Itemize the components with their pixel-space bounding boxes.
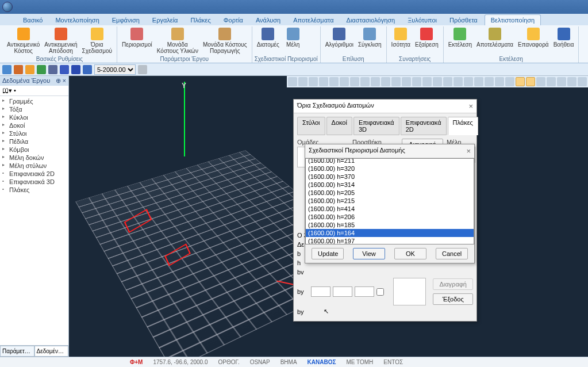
ribbon-tab-7[interactable]: Αποτελέσματα (287, 15, 339, 25)
ribbon-button[interactable]: Ισότητα (389, 26, 413, 49)
dialog-tab[interactable]: Στύλοι (297, 117, 325, 135)
tool-icon[interactable] (516, 77, 525, 86)
ribbon-button[interactable]: ΑντικειμενικήΑπόδοση (42, 26, 79, 55)
sidebar-tab[interactable]: Δεδομένα Ε... (34, 346, 69, 357)
ribbon-button[interactable]: Εκτέλεση (446, 26, 474, 49)
tree-item[interactable]: Πέδιλα (1, 137, 67, 146)
ribbon-button[interactable]: Μονάδα ΚόστουςΠαραγωγής (201, 26, 249, 55)
ribbon-button[interactable]: ΜονάδαΚόστους Υλικών (155, 26, 201, 55)
tool-icon[interactable] (309, 77, 318, 86)
tool-icon[interactable] (578, 77, 587, 86)
tree-item[interactable]: Επιφανειακά 3D (1, 178, 67, 186)
status-ortho[interactable]: ΟΡΘΟΓ. (218, 359, 239, 365)
update-button[interactable]: Update (312, 248, 344, 259)
globe2-icon[interactable] (25, 65, 34, 74)
tree-item[interactable]: Μέλη δοκών (1, 154, 67, 162)
by-input3[interactable] (355, 286, 374, 297)
tool-icon[interactable] (485, 77, 494, 86)
ok-button[interactable]: OK (394, 248, 426, 259)
tool-icon[interactable] (371, 77, 380, 86)
tool-icon[interactable] (360, 77, 370, 86)
ribbon-tab-11[interactable]: Βελτιστοποίηση (485, 14, 541, 25)
view-button[interactable]: View (353, 248, 385, 259)
undo-icon[interactable] (37, 65, 46, 74)
constraint-item[interactable]: (1600.00) h=211 (306, 158, 474, 165)
ribbon-tab-1[interactable]: Μοντελοποίηση (49, 15, 105, 25)
ribbon-tab-5[interactable]: Φορτία (218, 15, 249, 25)
pin-icon[interactable] (71, 65, 80, 74)
ribbon-button[interactable]: Βοήθεια (551, 26, 577, 49)
constraint-item[interactable]: (1600.00) h=185 (306, 221, 474, 229)
tree-item[interactable]: Τόξα (1, 105, 67, 113)
constraint-item[interactable]: (1600.00) h=215 (306, 197, 474, 205)
tool-icon[interactable] (495, 77, 504, 86)
tree-item[interactable]: Γραμμές (1, 97, 67, 105)
constraint-item[interactable]: (1600.00) h=197 (306, 237, 474, 244)
tool-icon[interactable] (298, 77, 308, 86)
status-section[interactable]: ΜΕ ΤΟΜΗ (346, 359, 373, 365)
save-icon[interactable] (48, 65, 57, 74)
tree-item[interactable]: Επιφανειακά 2D (1, 170, 67, 178)
ribbon-tab-3[interactable]: Εργαλεία (147, 15, 184, 25)
status-grid[interactable]: ΚΑΝΑΒΟΣ (308, 359, 336, 365)
level-select[interactable]: 5-2000.00 (94, 64, 136, 75)
viewport-3d[interactable]: Y X Όρια Σχεδιασμού Διατομών × ΣτύλοιΔοκ… (69, 76, 588, 357)
ribbon-button[interactable]: Μέλη (282, 26, 305, 49)
by-input2[interactable] (333, 286, 352, 297)
close-icon[interactable]: × (468, 102, 473, 110)
dialog-tab[interactable]: Επιφανειακά 3D (353, 117, 399, 135)
tool-icon[interactable] (350, 77, 359, 86)
ribbon-tab-4[interactable]: Πλάκες (185, 15, 216, 25)
constraints-dropdown-dialog[interactable]: Σχεδιαστικοί Περιορισμοί Διατομής × (120… (305, 144, 475, 263)
status-inside[interactable]: ΕΝΤΟΣ (383, 359, 403, 365)
ribbon-tab-6[interactable]: Ανάλυση (250, 15, 286, 25)
close-icon[interactable]: × (466, 147, 471, 155)
globe-icon[interactable] (2, 65, 11, 74)
exit-button[interactable]: Έξοδος (433, 293, 473, 305)
constraint-item[interactable]: (1600.00) h=414 (306, 205, 474, 213)
constraint-item[interactable]: (1600.00) h=370 (306, 173, 474, 181)
ribbon-button[interactable]: Αλγόριθμοι (323, 26, 356, 49)
ribbon-button[interactable]: ΑντικειμενικόΚόστος (5, 26, 42, 55)
tool-icon[interactable] (505, 77, 514, 86)
ribbon-tab-10[interactable]: Πρόσθετα (444, 15, 483, 25)
ribbon-tab-2[interactable]: Εμφάνιση (106, 15, 145, 25)
sidebar-tab[interactable]: Παράμετροι... (0, 346, 34, 357)
ribbon-button[interactable]: ΌριαΣχεδιασμού (80, 26, 114, 55)
tree-item[interactable]: Κύκλοι (1, 113, 67, 121)
tree-item[interactable]: Μέλη στύλων (1, 162, 67, 170)
tool-icon[interactable] (433, 77, 442, 86)
tool-icon[interactable] (536, 77, 545, 86)
tree-item[interactable]: Κόμβοι (1, 146, 67, 154)
mesh-icon[interactable] (83, 65, 92, 74)
tool-icon[interactable] (329, 77, 339, 86)
constraint-item[interactable]: (1600.00) h=320 (306, 165, 474, 173)
tree-item[interactable]: Πλάκες (1, 186, 67, 194)
tool-icon[interactable] (443, 77, 452, 86)
ribbon-button[interactable]: Περιορισμοί (120, 26, 155, 49)
tool-icon[interactable] (454, 77, 463, 86)
constraint-item[interactable]: (1600.00) h=205 (306, 189, 474, 197)
tool-icon[interactable] (474, 77, 483, 86)
constraint-item[interactable]: (1600.00) h=164 (306, 229, 474, 237)
dialog-tab[interactable]: Πλάκες (448, 117, 478, 135)
ribbon-button[interactable]: Επαναφορά (516, 26, 551, 49)
dialog-tab[interactable]: Δοκοί (326, 117, 352, 135)
by-check[interactable] (376, 288, 384, 296)
cancel-button[interactable]: Cancel (436, 248, 468, 259)
column-icon[interactable] (138, 65, 147, 74)
ribbon-button[interactable]: Σύγκλιση (356, 26, 384, 49)
constraints-list[interactable]: (1200.00) h=197(1200.00) h=232(1200.00) … (305, 158, 474, 244)
ribbon-tab-0[interactable]: Βασικό (17, 15, 48, 25)
tool-icon[interactable] (557, 77, 566, 86)
by-input[interactable] (311, 286, 330, 297)
tool-icon[interactable] (319, 77, 328, 86)
tool-icon[interactable] (567, 77, 577, 86)
eye-icon[interactable] (14, 65, 23, 74)
tool-icon[interactable] (381, 77, 390, 86)
pin-icon[interactable]: ⊕ × (56, 77, 66, 85)
delete-button-2[interactable]: Διαγραφή (433, 278, 473, 290)
dialog-tab[interactable]: Επιφανειακά 2D (401, 117, 447, 135)
tree-item[interactable]: Δοκοί (1, 121, 67, 129)
tool-icon[interactable] (340, 77, 349, 86)
